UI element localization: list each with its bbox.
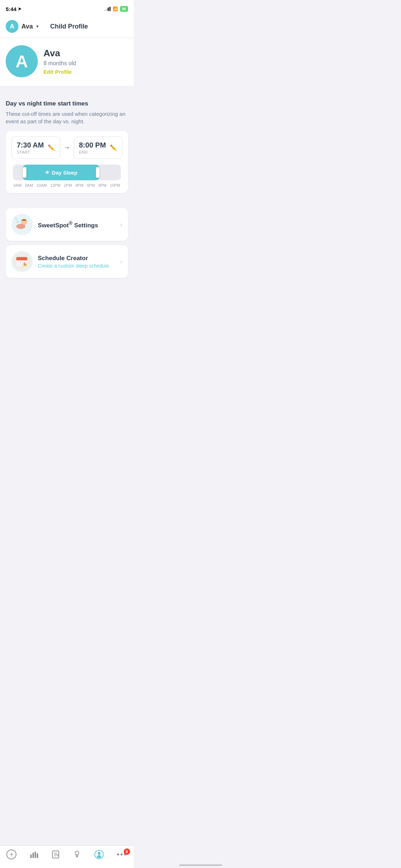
profile-age: 8 months old	[43, 60, 76, 67]
end-edit-icon: ✏️	[110, 144, 117, 151]
axis-8am: 8AM	[25, 183, 33, 187]
time-inputs-row: 7:30 AM START ✏️ → 8:00 PM END ✏️	[11, 136, 122, 159]
profile-avatar-letter: A	[16, 52, 28, 71]
bottom-spacer	[0, 278, 134, 310]
day-sleep-slider[interactable]: ☀ Day Sleep 6AM 8AM 10AM 12PM 2PM 4PM 6P…	[11, 165, 122, 187]
axis-2pm: 2PM	[64, 183, 72, 187]
wifi-icon: 📶	[113, 6, 118, 11]
sweetspot-settings-card[interactable]: z z z SweetSpot® Settings ›	[6, 208, 128, 241]
start-edit-icon: ✏️	[48, 144, 55, 151]
schedule-text: Schedule Creator Create a custom sleep s…	[38, 255, 115, 269]
slider-label-text: Day Sleep	[52, 170, 77, 176]
slider-track: ☀ Day Sleep	[13, 165, 121, 180]
signal-bar-4	[109, 7, 110, 11]
signal-bars	[104, 7, 110, 11]
signal-bar-1	[104, 10, 105, 11]
child-selector[interactable]: A Ava ▾	[6, 20, 38, 33]
svg-point-2	[16, 224, 25, 229]
axis-6pm: 6PM	[87, 183, 95, 187]
axis-10am: 10AM	[37, 183, 47, 187]
sweetspot-title: SweetSpot® Settings	[38, 220, 115, 229]
axis-4pm: 4PM	[76, 183, 84, 187]
schedule-creator-card[interactable]: Schedule Creator Create a custom sleep s…	[6, 245, 128, 278]
svg-text:z: z	[16, 218, 17, 220]
edit-profile-button[interactable]: Edit Profile	[43, 69, 76, 75]
time-settings-section: Day vs night time start times These cut-…	[0, 93, 134, 201]
status-bar: 5:44 ➤ 📶 96	[0, 0, 134, 16]
header-avatar: A	[6, 20, 19, 33]
axis-8pm: 8PM	[98, 183, 107, 187]
svg-rect-9	[16, 259, 27, 260]
profile-info: Ava 8 months old Edit Profile	[43, 48, 76, 75]
settings-cards: z z z SweetSpot® Settings ›	[0, 205, 134, 278]
time-settings-title: Day vs night time start times	[6, 100, 128, 107]
end-time-box[interactable]: 8:00 PM END ✏️	[74, 136, 123, 159]
profile-avatar: A	[6, 45, 38, 77]
page-title: Child Profile	[38, 23, 128, 30]
start-time-box[interactable]: 7:30 AM START ✏️	[11, 136, 60, 159]
time-axis: 6AM 8AM 10AM 12PM 2PM 4PM 6PM 8PM 10PM	[13, 183, 121, 187]
end-time-content: 8:00 PM END	[79, 141, 106, 154]
calendar-svg	[12, 252, 32, 271]
svg-rect-11	[20, 262, 21, 263]
end-time-value: 8:00 PM	[79, 141, 106, 149]
svg-rect-10	[17, 262, 19, 263]
start-time-content: 7:30 AM START	[17, 141, 44, 154]
signal-bar-3	[108, 7, 109, 11]
schedule-chevron-icon: ›	[120, 258, 122, 265]
slider-label: ☀ Day Sleep	[45, 170, 77, 176]
end-time-label: END	[79, 150, 106, 154]
profile-section: A Ava 8 months old Edit Profile	[0, 38, 134, 86]
slider-fill: ☀ Day Sleep	[23, 165, 99, 180]
svg-rect-14	[17, 263, 19, 265]
slider-handle-right[interactable]	[96, 167, 99, 178]
time-display: 5:44	[6, 6, 16, 12]
sweetspot-chevron-icon: ›	[120, 221, 122, 228]
avatar-letter: A	[10, 23, 15, 30]
sweetspot-icon: z z z	[11, 214, 33, 235]
battery-indicator: 96	[120, 6, 128, 12]
schedule-subtitle: Create a custom sleep schedule	[38, 263, 115, 269]
child-name: Ava	[21, 23, 33, 30]
signal-bar-2	[106, 9, 107, 11]
svg-rect-15	[20, 263, 21, 265]
schedule-title: Schedule Creator	[38, 255, 115, 262]
axis-12pm: 12PM	[50, 183, 61, 187]
status-icons: 📶 96	[104, 6, 128, 12]
sun-icon: ☀	[45, 170, 50, 175]
header: A Ava ▾ Child Profile	[0, 16, 134, 38]
start-time-label: START	[17, 150, 44, 154]
status-time: 5:44 ➤	[6, 6, 21, 12]
profile-name: Ava	[43, 48, 76, 59]
axis-6am: 6AM	[14, 183, 22, 187]
time-card: 7:30 AM START ✏️ → 8:00 PM END ✏️	[6, 131, 128, 193]
schedule-icon	[11, 251, 33, 272]
axis-10pm: 10PM	[110, 183, 120, 187]
location-icon: ➤	[18, 6, 21, 11]
start-time-value: 7:30 AM	[17, 141, 44, 149]
section-divider	[0, 89, 134, 93]
sweetspot-text: SweetSpot® Settings	[38, 220, 115, 229]
time-settings-description: These cut-off times are used when catego…	[6, 110, 128, 125]
svg-point-21	[24, 264, 25, 265]
arrow-icon: →	[64, 144, 70, 151]
baby-svg: z z z	[12, 215, 32, 234]
slider-handle-left[interactable]	[23, 167, 26, 178]
svg-text:z: z	[17, 220, 19, 223]
